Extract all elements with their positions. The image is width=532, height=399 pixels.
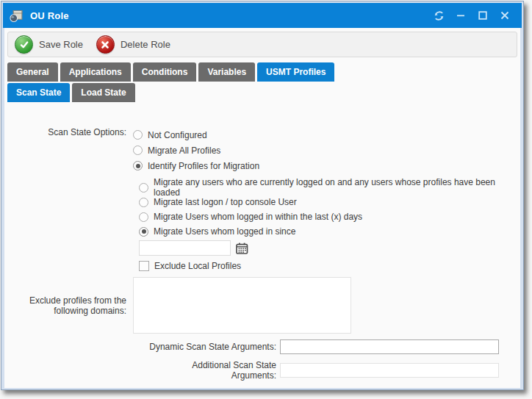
- since-date-input[interactable]: [139, 240, 231, 256]
- profile-options-group: Not Configured Migrate All Profiles Iden…: [133, 127, 259, 173]
- calendar-button[interactable]: [236, 242, 248, 254]
- radio-icon: [139, 183, 148, 193]
- calendar-icon: [236, 242, 248, 254]
- radio-not-configured[interactable]: Not Configured: [133, 127, 259, 143]
- user-options-group: Migrate any users who are currently logg…: [139, 180, 518, 239]
- close-button[interactable]: [494, 6, 516, 25]
- additional-scan-args-label: Additional Scan State Arguments:: [7, 360, 280, 381]
- minimize-button[interactable]: [450, 6, 472, 25]
- checkbox-label: Exclude Local Profiles: [154, 261, 241, 271]
- radio-migrate-since[interactable]: Migrate Users whom logged in since: [139, 224, 518, 239]
- tab-conditions[interactable]: Conditions: [133, 62, 197, 82]
- radio-label: Migrate last logon / top console User: [154, 197, 297, 207]
- delete-x-icon: [96, 35, 115, 54]
- tab-applications[interactable]: Applications: [60, 62, 131, 82]
- exclude-domains-row: Exclude profiles from the following doma…: [7, 277, 518, 334]
- radio-label: Not Configured: [148, 130, 207, 140]
- dynamic-args-row: Dynamic Scan State Arguments:: [7, 339, 518, 354]
- radio-migrate-last-x-days[interactable]: Migrate Users whom logged in within the …: [139, 209, 518, 224]
- save-check-icon: [15, 35, 33, 54]
- save-role-button[interactable]: Save Role: [15, 35, 83, 54]
- tab-general[interactable]: General: [7, 62, 58, 82]
- maximize-button[interactable]: [472, 6, 494, 25]
- radio-icon: [139, 227, 148, 237]
- dynamic-scan-args-input[interactable]: [280, 339, 499, 354]
- delete-role-button[interactable]: Delete Role: [96, 35, 170, 54]
- radio-icon: [133, 130, 143, 140]
- save-role-label: Save Role: [39, 39, 83, 50]
- refresh-icon: [434, 10, 445, 21]
- additional-scan-args-input[interactable]: [280, 363, 499, 378]
- radio-label: Migrate Users whom logged in within the …: [154, 212, 362, 222]
- delete-role-label: Delete Role: [121, 39, 170, 50]
- radio-migrate-logged-on-users[interactable]: Migrate any users who are currently logg…: [139, 180, 518, 195]
- main-tabs: General Applications Conditions Variable…: [7, 62, 518, 82]
- since-date-row: [139, 240, 518, 256]
- titlebar: OU Role: [3, 3, 522, 28]
- radio-label: Migrate Users whom logged in since: [154, 226, 295, 237]
- exclude-domains-label: Exclude profiles from the following doma…: [7, 295, 133, 316]
- minimize-icon: [456, 11, 465, 20]
- tab-scan-state[interactable]: Scan State: [7, 83, 70, 102]
- close-icon: [500, 11, 509, 20]
- radio-icon: [133, 161, 143, 170]
- ou-role-window: OU Role: [1, 1, 524, 390]
- radio-label: Migrate All Profiles: [148, 145, 220, 156]
- radio-icon: [133, 145, 143, 155]
- scan-state-panel: Scan State Options: Not Configured Migra…: [7, 102, 518, 381]
- radio-label: Identify Profiles for Migration: [148, 161, 259, 171]
- radio-identify-profiles[interactable]: Identify Profiles for Migration: [133, 158, 259, 173]
- maximize-icon: [478, 11, 487, 20]
- scan-state-options-label: Scan State Options:: [7, 127, 133, 173]
- checkbox-icon: [139, 261, 149, 271]
- dynamic-scan-args-label: Dynamic Scan State Arguments:: [7, 342, 280, 352]
- window-body: Save Role Delete Role General Applicatio…: [4, 28, 520, 388]
- tab-load-state[interactable]: Load State: [72, 83, 134, 102]
- app-icon: [9, 9, 25, 23]
- stage: OU Role: [0, 0, 532, 399]
- toolbar: Save Role Delete Role: [7, 32, 517, 57]
- radio-icon: [139, 198, 148, 207]
- window-title: OU Role: [30, 10, 428, 21]
- radio-label: Migrate any users who are currently logg…: [154, 177, 518, 198]
- tab-usmt-profiles[interactable]: USMT Profiles: [257, 62, 334, 82]
- refresh-button[interactable]: [428, 6, 450, 25]
- additional-args-row: Additional Scan State Arguments:: [7, 360, 518, 381]
- sub-tabs: Scan State Load State: [7, 83, 518, 102]
- exclude-local-profiles-checkbox[interactable]: Exclude Local Profiles: [139, 261, 518, 271]
- radio-migrate-all-profiles[interactable]: Migrate All Profiles: [133, 143, 259, 158]
- tab-variables[interactable]: Variables: [198, 62, 255, 82]
- exclude-domains-textarea[interactable]: [133, 277, 351, 334]
- scan-state-options-row: Scan State Options: Not Configured Migra…: [7, 127, 518, 173]
- radio-icon: [139, 212, 148, 222]
